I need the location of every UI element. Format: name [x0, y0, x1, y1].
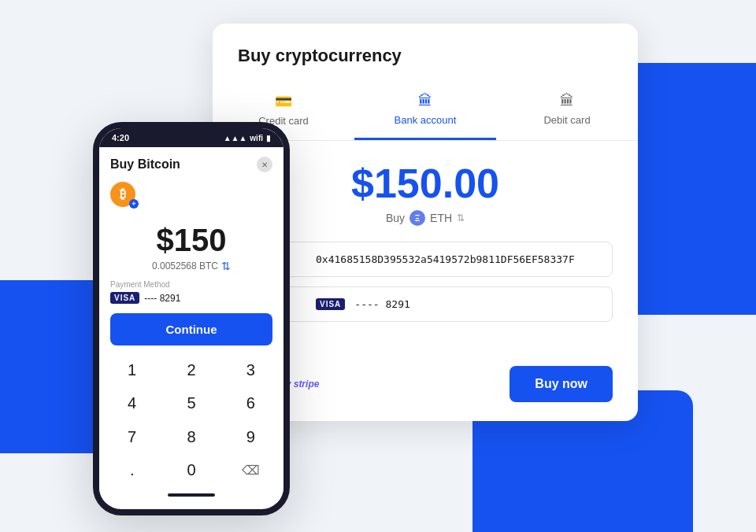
payment-method-section: Payment Method VISA ---- 8291 — [99, 275, 284, 310]
phone-amount: $150 0.0052568 BTC ⇅ — [99, 215, 284, 275]
amount-display: $150.00 Buy Ξ ETH ⇅ — [238, 163, 613, 226]
chevron-updown-icon[interactable]: ⇅ — [457, 212, 465, 224]
phone-btc-amount: 0.0052568 BTC ⇅ — [99, 260, 284, 272]
battery-icon: ▮ — [266, 134, 271, 142]
tab-debit-card[interactable]: 🏛 Debit card — [496, 82, 638, 140]
status-icons: ▲▲▲ wifi ▮ — [224, 134, 271, 142]
numpad-2[interactable]: 2 — [161, 353, 220, 386]
numpad-4[interactable]: 4 — [102, 387, 161, 420]
wifi-icon: wifi — [250, 134, 263, 142]
wallet-field-row: n wallet 0x41685158D395532a5419572b9811D… — [238, 242, 613, 277]
payment-method-value: VISA ---- 8291 — [110, 292, 272, 304]
phone-card-last4: ---- 8291 — [144, 293, 180, 304]
buy-now-button[interactable]: Buy now — [510, 366, 613, 402]
numpad-dot[interactable]: . — [102, 454, 161, 487]
arrows-icon: ⇅ — [221, 260, 231, 272]
btc-plus-icon: + — [129, 199, 139, 209]
buy-crypto-title: Buy cryptocurrency — [213, 24, 638, 66]
buy-label: Buy — [386, 212, 405, 224]
close-button[interactable]: ✕ — [257, 157, 272, 172]
phone-screen: Buy Bitcoin ✕ ₿ + $150 0.0052568 BTC ⇅ P… — [99, 147, 284, 503]
home-indicator — [99, 487, 284, 503]
pay-with-field-row: Pay with VISA ---- 8291 — [238, 286, 613, 322]
phone-header: Buy Bitcoin ✕ — [99, 147, 284, 179]
status-time: 4:20 — [112, 133, 129, 142]
continue-button[interactable]: Continue — [110, 313, 272, 345]
tab-bank-account-label: Bank account — [395, 114, 457, 126]
numpad-3[interactable]: 3 — [221, 353, 280, 386]
big-amount: $150.00 — [238, 163, 613, 204]
buy-eth-row: Buy Ξ ETH ⇅ — [238, 210, 613, 226]
eth-icon: Ξ — [410, 210, 425, 226]
visa-badge: VISA — [316, 298, 345, 310]
btc-converted-amount: 0.0052568 BTC — [152, 260, 218, 272]
debit-card-icon: 🏛 — [560, 93, 574, 109]
numpad-8[interactable]: 8 — [161, 420, 220, 453]
phone-title: Buy Bitcoin — [110, 157, 180, 172]
btc-icon: ₿ + — [110, 182, 135, 207]
numpad-1[interactable]: 1 — [102, 353, 161, 386]
tab-debit-card-label: Debit card — [543, 114, 590, 126]
wallet-address: 0x41685158D395532a5419572b9811DF56EF5833… — [316, 253, 599, 265]
payment-method-label: Payment Method — [110, 280, 272, 289]
numpad-9[interactable]: 9 — [221, 420, 280, 453]
btc-icon-row: ₿ + — [99, 179, 284, 215]
stripe-label: stripe — [294, 379, 320, 390]
numpad-delete[interactable]: ⌫ — [221, 454, 280, 487]
phone-mockup: 4:20 ▲▲▲ wifi ▮ Buy Bitcoin ✕ ₿ + $150 0… — [93, 122, 290, 515]
tab-bank-account[interactable]: 🏛 Bank account — [354, 82, 496, 140]
currency-label: ETH — [430, 212, 452, 224]
credit-card-icon: 💳 — [275, 93, 292, 110]
phone-visa-badge: VISA — [110, 292, 139, 304]
numpad: 1 2 3 4 5 6 7 8 9 . 0 ⌫ — [99, 353, 284, 487]
numpad-7[interactable]: 7 — [102, 420, 161, 453]
card-last4: ---- 8291 — [354, 298, 599, 310]
numpad-6[interactable]: 6 — [221, 387, 280, 420]
numpad-5[interactable]: 5 — [161, 387, 220, 420]
home-bar — [168, 493, 215, 497]
bank-icon: 🏛 — [418, 93, 432, 109]
phone-big-amount: $150 — [99, 223, 284, 258]
numpad-0[interactable]: 0 — [161, 454, 220, 487]
signal-icon: ▲▲▲ — [224, 134, 247, 142]
phone-status-bar: 4:20 ▲▲▲ wifi ▮ — [99, 128, 284, 147]
